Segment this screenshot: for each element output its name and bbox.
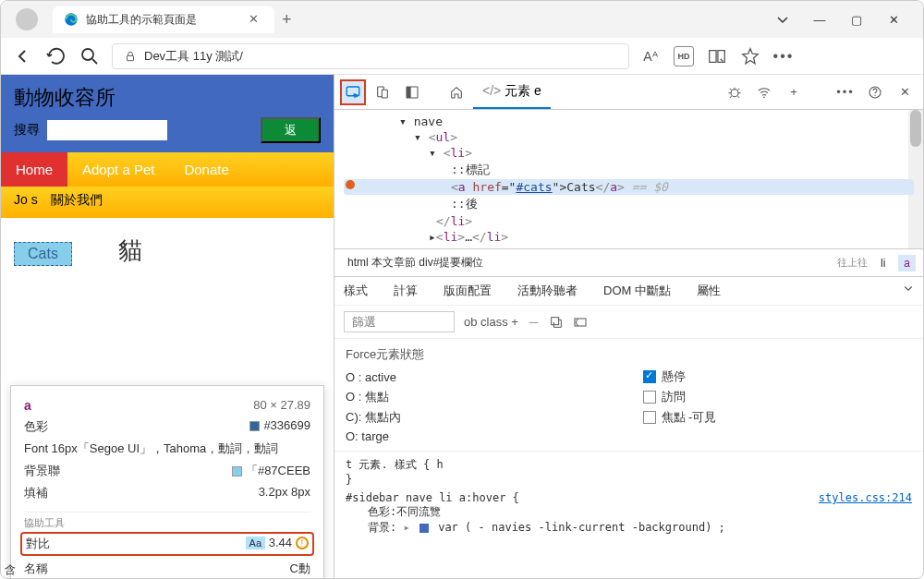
add-tab-button[interactable]: + (781, 79, 807, 105)
tt-padding-label: 填補 (24, 485, 48, 501)
lock-icon (124, 50, 137, 63)
nav2-about[interactable]: 關於我們 (51, 192, 103, 209)
breakpoint-dot[interactable] (346, 180, 355, 189)
new-tab-button[interactable]: + (282, 10, 292, 30)
cls-button[interactable] (573, 315, 588, 330)
styles-rules[interactable]: t 元素. 樣式 { h } styles.css:214 #sidebar n… (334, 451, 923, 579)
breadcrumb-path[interactable]: html 本文章節 div#提要欄位 (342, 253, 489, 272)
breadcrumb-li[interactable]: li (875, 255, 891, 271)
tt-color-val: #336699 (249, 418, 310, 435)
breadcrumb-nav: 往上往 (837, 256, 868, 270)
go-button[interactable]: 返 (261, 117, 321, 143)
force-visited[interactable]: 訪問 (643, 389, 913, 405)
tt-font: Font 16px「Segoe UI」，Tahoma，動詞，動詞 (24, 440, 278, 457)
checkbox-icon (643, 411, 656, 424)
force-focus-within[interactable]: C): 焦點內 (346, 409, 615, 426)
tab-properties[interactable]: 屬性 (697, 283, 721, 299)
checkbox-icon (643, 391, 656, 404)
svg-rect-2 (128, 55, 134, 60)
color-swatch (419, 524, 429, 533)
favorite-button[interactable] (740, 46, 760, 66)
force-focus[interactable]: O : 焦點 (346, 389, 615, 405)
tab-breakpoints[interactable]: DOM 中斷點 (603, 283, 671, 299)
force-focus-visible[interactable]: 焦點 -可見 (643, 409, 913, 426)
browser-tab[interactable]: 協助工具的示範頁面是 ✕ (53, 6, 274, 33)
tt-color-label: 色彩 (24, 418, 48, 435)
dom-before[interactable]: ::標記 (344, 161, 914, 179)
search-input[interactable] (47, 120, 167, 140)
dom-selected-line[interactable]: <a href="#cats">Cats</a> == $0 (344, 179, 914, 195)
dom-line[interactable]: </li> (344, 213, 914, 229)
svg-point-11 (874, 94, 875, 95)
dom-line[interactable]: ▾ <ul> (344, 129, 914, 145)
tooltip-dims: 80 × 27.89 (253, 398, 310, 413)
chevron-down-icon[interactable] (903, 283, 914, 294)
rule-close: } (346, 473, 912, 486)
dom-line[interactable]: ▸<li>…</li> (344, 229, 914, 245)
tab-layout[interactable]: 版面配置 (444, 283, 492, 299)
hd-button[interactable]: HD (674, 46, 694, 66)
hov-button[interactable] (549, 315, 564, 330)
device-toggle-button[interactable] (370, 79, 395, 105)
dom-after[interactable]: ::後 (344, 195, 914, 213)
dock-button[interactable] (399, 79, 425, 105)
rule-selector[interactable]: t 元素. 樣式 { h (346, 457, 912, 473)
read-aloud-button[interactable]: Aᴬ (640, 46, 661, 66)
chevron-down-icon[interactable] (775, 12, 790, 27)
dom-breadcrumb[interactable]: html 本文章節 div#提要欄位 往上往 li a (334, 248, 923, 276)
url-text: Dev工具 11y 測試/ (144, 48, 617, 65)
search-icon[interactable] (79, 45, 101, 67)
dom-line[interactable]: ▾ nave (344, 114, 914, 129)
nav-donate[interactable]: Donate (169, 152, 243, 187)
footer-char: 含 (5, 562, 16, 578)
main-nav: Home Adopt a Pet Donate (1, 152, 334, 187)
tab-computed[interactable]: 計算 (394, 283, 418, 299)
reader-button[interactable] (707, 46, 727, 66)
force-active[interactable]: O : active (346, 368, 615, 385)
tab-styles[interactable]: 樣式 (344, 283, 368, 299)
minimize-button[interactable]: — (812, 12, 827, 27)
force-hover[interactable]: 懸停 (643, 368, 913, 385)
nav-adopt[interactable]: Adopt a Pet (67, 152, 169, 187)
url-box[interactable]: Dev工具 11y 測試/ (112, 43, 629, 69)
style-source-link[interactable]: styles.css:214 (819, 491, 912, 504)
help-icon[interactable] (862, 79, 888, 105)
close-window-button[interactable]: ✕ (886, 12, 901, 27)
welcome-tab[interactable] (444, 79, 469, 105)
devtools-more-button[interactable]: ••• (833, 79, 858, 105)
maximize-button[interactable]: ▢ (849, 12, 864, 27)
dom-tree[interactable]: ▾ nave ▾ <ul> ▾ <li> ::標記 <a href="#cats… (334, 110, 923, 248)
nav2-jos[interactable]: Jo s (14, 192, 38, 209)
styles-filter-row: ob class + ⸺ (334, 305, 923, 338)
svg-rect-12 (552, 317, 559, 324)
nav-home[interactable]: Home (1, 152, 67, 187)
force-target[interactable]: O: targe (346, 429, 615, 443)
bug-icon[interactable] (722, 79, 748, 105)
page-content: 動物收容所 搜尋 返 Home Adopt a Pet Donate Jo s … (1, 75, 334, 579)
inspect-element-button[interactable] (340, 79, 366, 105)
back-button[interactable] (12, 45, 34, 67)
force-title: Force元素狀態 (346, 346, 912, 363)
tt-name-val: C動 (290, 561, 310, 577)
tt-bg-label: 背景聯 (24, 463, 60, 479)
more-button[interactable]: ••• (773, 46, 794, 66)
tab-close-icon[interactable]: ✕ (249, 12, 263, 27)
tab-title: 協助工具的示範頁面是 (86, 12, 241, 28)
css-prop-bg[interactable]: 背景: ▸ var ( - navies -link-current -back… (346, 520, 912, 536)
refresh-button[interactable] (45, 45, 67, 67)
cls-toggle[interactable]: ob class + (464, 315, 518, 329)
css-prop-color[interactable]: 色彩:不同流覽 (346, 504, 912, 520)
tt-contrast-val: 3.44 (269, 536, 292, 549)
wifi-icon[interactable] (751, 79, 777, 105)
cats-link[interactable]: Cats (14, 242, 72, 266)
window-titlebar: 協助工具的示範頁面是 ✕ + — ▢ ✕ (1, 1, 923, 38)
contrast-row-highlight: 對比 Aa 3.44! (20, 532, 314, 556)
inspect-tooltip: a 80 × 27.89 色彩 #336699 Font 16px「Segoe … (10, 385, 324, 579)
breadcrumb-a[interactable]: a (898, 255, 916, 271)
dom-line[interactable]: ▾ <li> (344, 145, 914, 161)
profile-avatar[interactable] (16, 8, 38, 30)
elements-tab[interactable]: </> 元素 e (473, 76, 551, 109)
styles-filter-input[interactable] (344, 311, 455, 332)
tab-listeners[interactable]: 活動聆聽者 (517, 283, 578, 299)
devtools-close-button[interactable]: ✕ (892, 79, 918, 105)
